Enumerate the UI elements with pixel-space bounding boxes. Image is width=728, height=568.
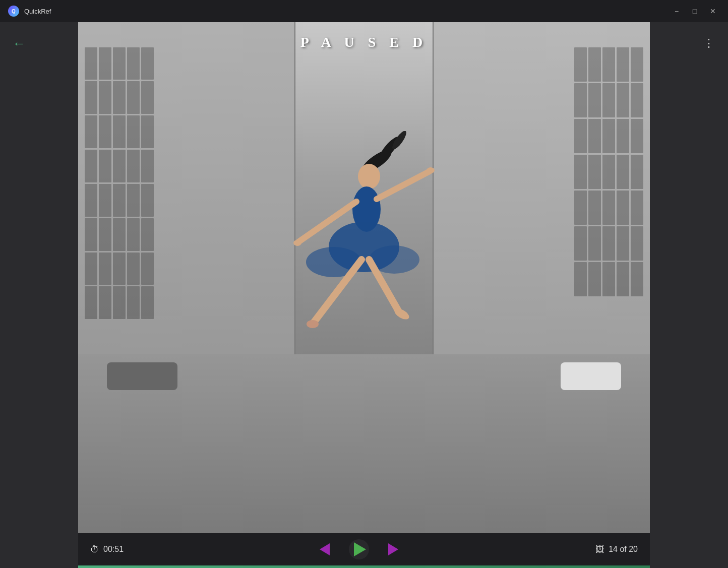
window [127,150,140,182]
window [127,253,140,285]
image-count-icon: 🖼 [595,544,604,555]
svg-line-9 [377,171,430,199]
svg-text:Q: Q [12,9,16,14]
image-count-section: 🖼 14 of 20 [577,544,638,555]
play-icon [354,542,366,556]
svg-point-10 [427,167,435,173]
window [127,81,140,114]
reference-image: P A U S E D [78,22,650,533]
window [588,226,601,261]
window [574,226,587,261]
window [574,119,587,153]
window [631,191,643,225]
window [141,47,154,80]
window [85,47,97,80]
window [141,115,154,148]
window [141,184,154,217]
window [617,119,629,153]
main-layout: ← [0,22,728,568]
window [602,119,615,153]
window [99,150,111,182]
window [113,115,126,148]
window [141,81,154,114]
window [113,47,126,80]
window [85,184,97,217]
window [85,218,97,251]
window [113,184,126,217]
window [588,191,601,225]
center-content: P A U S E D [78,22,650,568]
app-logo: Q [8,6,19,17]
window [141,150,154,182]
window [113,286,126,319]
controls-bar: ⏱ 00:51 🖼 14 of 20 [78,533,650,565]
window [85,115,97,148]
minimize-button[interactable]: − [670,4,684,18]
window [99,115,111,148]
window [113,150,126,182]
dancer-svg [283,131,445,373]
window [631,119,643,153]
window [574,47,587,82]
window [617,47,629,82]
window [602,262,615,296]
window [617,262,629,296]
back-button[interactable]: ← [10,34,28,52]
window [127,218,140,251]
svg-point-8 [293,240,301,246]
next-icon [388,543,398,555]
car-left [107,362,177,390]
more-options-button[interactable]: ⋮ [700,34,718,52]
window [588,83,601,117]
logo-icon: Q [9,6,19,16]
window [602,83,615,117]
sidebar-right: ⋮ [650,22,728,568]
window [588,262,601,296]
window [99,184,111,217]
window [113,81,126,114]
window [617,226,629,261]
svg-point-15 [307,320,319,328]
window [127,286,140,319]
timer-icon: ⏱ [90,544,99,555]
window [574,83,587,117]
window [127,115,140,148]
car-right [561,362,621,390]
window [85,81,97,114]
title-bar: Q QuickRef − □ ✕ [0,0,728,22]
window [602,155,615,189]
window [574,262,587,296]
window [602,47,615,82]
next-button[interactable] [383,539,403,559]
previous-icon [320,543,330,555]
window [617,155,629,189]
window [85,253,97,285]
window [617,191,629,225]
window [141,286,154,319]
timer-section: ⏱ 00:51 [90,544,141,555]
window [99,47,111,80]
window [141,218,154,251]
playback-controls [315,539,403,559]
window [141,253,154,285]
window [99,218,111,251]
dancer-figure [283,131,445,373]
windows-left [83,45,156,322]
window [588,155,601,189]
image-viewer: P A U S E D [78,22,650,533]
maximize-button[interactable]: □ [688,4,702,18]
timer-value: 00:51 [103,545,124,554]
window [617,83,629,117]
svg-point-5 [358,164,380,189]
window [631,47,643,82]
sidebar-left: ← [0,22,78,568]
previous-button[interactable] [315,539,335,559]
window [631,262,643,296]
window [127,184,140,217]
window [588,119,601,153]
image-count: 14 of 20 [609,545,638,554]
window [99,286,111,319]
play-button[interactable] [349,539,369,559]
window [631,226,643,261]
close-button[interactable]: ✕ [706,4,720,18]
